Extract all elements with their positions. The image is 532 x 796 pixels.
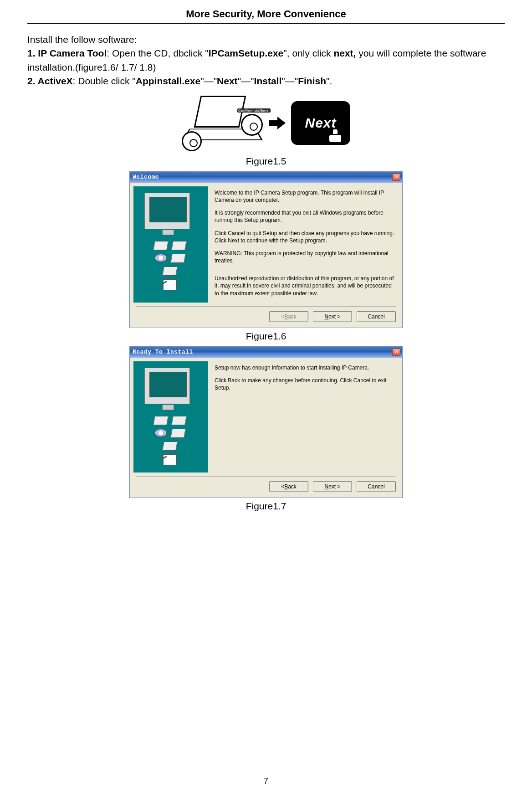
package-icon [170, 429, 186, 438]
note-icon [163, 279, 177, 290]
back-button: < Back [269, 311, 308, 322]
header-title: More Security, More Convenience [186, 8, 346, 20]
figure-1-7-caption: Figure1.7 [27, 501, 505, 512]
cd-label: CamViewInstallServer [237, 108, 271, 113]
figure-1-5-illustration: CamViewInstallServer Next [182, 93, 350, 153]
dialog-paragraph: It is strongly recommended that you exit… [215, 209, 396, 224]
dialog-title: Welcome [133, 174, 159, 180]
package-icon [170, 254, 186, 263]
arrow-right-icon [269, 115, 286, 131]
disc-icon [155, 429, 167, 437]
laptop-icon: CamViewInstallServer [182, 96, 264, 150]
package-icon [162, 267, 178, 276]
figure-1-5-caption: Figure1.5 [27, 156, 505, 167]
page-number: 7 [0, 776, 532, 786]
next-badge: Next [291, 101, 350, 145]
dialog-paragraph: Unauthorized reproduction or distributio… [215, 275, 396, 297]
item2-bold: 2. ActiveX [27, 76, 73, 86]
cancel-button[interactable]: Cancel [357, 311, 396, 322]
close-button[interactable]: ✕ [392, 349, 400, 356]
page-header: More Security, More Convenience [27, 0, 505, 24]
dialog-paragraph: Setup now has enough information to star… [215, 364, 396, 371]
dialog-button-row: < Back Next > Cancel [130, 477, 402, 498]
hand-icon [328, 128, 342, 142]
cd-icon [182, 131, 202, 151]
item1-next: next, [333, 48, 356, 58]
welcome-dialog: Welcome ✕ Welcome to the IP Camera Setup… [129, 171, 403, 328]
ready-install-dialog: Ready To Install ✕ Setup now has enough … [129, 346, 403, 498]
dialog-paragraph: Click Cancel to quit Setup and then clos… [215, 230, 396, 244]
dialog-paragraph: Welcome to the IP Camera Setup program. … [215, 189, 396, 204]
dialog-paragraph: Click Back to make any changes before co… [215, 377, 396, 391]
dialog-button-row: < Back Next > Cancel [130, 307, 402, 328]
figure-1-6-caption: Figure1.6 [27, 331, 505, 342]
package-icon [171, 241, 187, 250]
note-icon [163, 454, 177, 465]
close-button[interactable]: ✕ [392, 174, 400, 181]
dialog-paragraph: WARNING: This program is protected by co… [215, 250, 396, 264]
package-icon [153, 241, 169, 250]
monitor-icon [144, 193, 190, 229]
disc-icon [155, 254, 167, 262]
back-button[interactable]: < Back [269, 481, 308, 492]
cancel-button[interactable]: Cancel [357, 481, 396, 492]
dialog-title: Ready To Install [133, 349, 193, 355]
monitor-icon [144, 368, 190, 404]
package-icon [162, 442, 178, 451]
package-icon [171, 416, 187, 425]
dialog-side-art [133, 361, 208, 472]
intro-item-2: 2. ActiveX: Double click "Appinstall.exe… [27, 74, 505, 88]
dialog-message: Welcome to the IP Camera Setup program. … [212, 183, 402, 306]
figure-1-6: Welcome ✕ Welcome to the IP Camera Setup… [27, 171, 505, 342]
cd-icon [241, 114, 263, 136]
figure-1-5: CamViewInstallServer Next Figure1.5 [27, 93, 505, 167]
dialog-titlebar: Ready To Install ✕ [130, 347, 402, 358]
item1-file: IPCamSetup.exe [209, 48, 284, 58]
intro-text: Install the follow software: 1. IP Camer… [27, 33, 505, 88]
intro-line-1: Install the follow software: [27, 33, 505, 46]
dialog-titlebar: Welcome ✕ [130, 172, 402, 183]
dialog-message: Setup now has enough information to star… [212, 358, 402, 476]
dialog-side-art [133, 186, 208, 303]
intro-item-1: 1. IP Camera Tool: Open the CD, dbclick … [27, 46, 505, 74]
package-icon [153, 416, 169, 425]
next-button[interactable]: Next > [313, 481, 352, 492]
figure-1-7: Ready To Install ✕ Setup now has enough … [27, 346, 505, 512]
next-button[interactable]: Next > [313, 311, 352, 322]
item1-bold: 1. IP Camera Tool [27, 48, 107, 58]
